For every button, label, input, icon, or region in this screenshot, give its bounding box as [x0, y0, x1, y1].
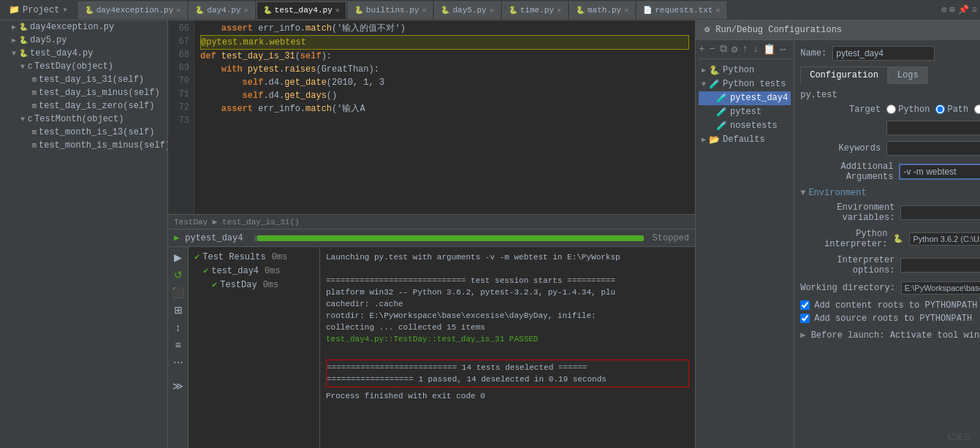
run-ok-icon2: ✔	[212, 279, 217, 290]
more-icon[interactable]: ⋯	[780, 43, 786, 56]
config-target-path[interactable]: Path	[935, 105, 968, 115]
run-stop-button[interactable]: ⬛	[170, 285, 186, 300]
config-interp-input[interactable]	[909, 232, 980, 246]
sidebar-item-7[interactable]: ▼CTestMonth(object)	[0, 113, 167, 126]
run-tree-root[interactable]: ✔ Test Results 0ms	[191, 250, 316, 264]
line-num-68: 68	[172, 48, 189, 61]
run-sort2-button[interactable]: ≡	[173, 338, 182, 352]
run-sort3-button[interactable]: ⋯	[172, 355, 185, 370]
tab-time-py[interactable]: 🐍time.py✕	[502, 1, 568, 19]
run-tree-results-label: Test Results	[202, 252, 265, 262]
sidebar-arrow: ▶	[12, 36, 16, 45]
add-icon[interactable]: +	[699, 43, 704, 55]
sidebar-item-1[interactable]: ▶🐍day5.py	[0, 34, 167, 47]
layout-icon[interactable]: ⊞	[950, 4, 955, 15]
run-output[interactable]: Launching py.test with arguments -v -m w…	[320, 247, 695, 448]
code-content[interactable]: assert err_info.match('输入的值不对')@pytest.m…	[194, 20, 695, 214]
sidebar-item-3[interactable]: ▼CTestDay(object)	[0, 60, 167, 73]
tab-close-icon[interactable]: ✕	[422, 6, 426, 15]
config-workdir-input[interactable]	[901, 281, 980, 295]
rtree-pytest-day4[interactable]: 🧪 pytest_day4	[699, 91, 791, 105]
tab-file-icon: 🐍	[441, 6, 449, 15]
run-play-icon[interactable]: ▶	[174, 232, 179, 243]
sidebar-item-0[interactable]: ▶🐍day4exception.py	[0, 20, 167, 34]
pin-icon[interactable]: 📌	[958, 4, 969, 15]
watermark: 亿速云	[947, 431, 971, 442]
rtree-pytest[interactable]: 🧪 pytest	[699, 105, 791, 119]
config-target-custom[interactable]: Custom	[974, 105, 980, 115]
sidebar-item-9[interactable]: mtest_month_is_minus(self)	[0, 139, 167, 152]
sidebar-item-4[interactable]: mtest_day_is_31(self)	[0, 73, 167, 86]
sidebar-item-6[interactable]: mtest_day_is_zero(self)	[0, 99, 167, 113]
config-interp-opts-input[interactable]	[900, 258, 980, 273]
tab-label: builtins.py	[366, 6, 419, 15]
run-ok-icon1: ✔	[203, 265, 208, 276]
tab-close-icon[interactable]: ✕	[490, 6, 494, 15]
sidebar-item-8[interactable]: mtest_month_is_13(self)	[0, 126, 167, 139]
tab-math-py[interactable]: 🐍math.py✕	[569, 1, 635, 19]
config-target-python[interactable]: Python	[886, 105, 930, 115]
tab-configuration[interactable]: Configuration	[800, 67, 888, 84]
tab-close-icon[interactable]: ✕	[624, 6, 628, 15]
run-tree-testday-label: TestDay	[220, 280, 257, 290]
run-toolbar: ▶ ↺ ⬛ ⊞ ↕ ≡ ⋯ ≫	[168, 247, 189, 448]
tab-day4-py[interactable]: 🐍day4.py✕	[189, 1, 254, 19]
config-keywords-input[interactable]	[886, 141, 980, 156]
rtree-python[interactable]: ▶ 🐍 Python	[699, 64, 791, 77]
sidebar-item-2[interactable]: ▼🐍test_day4.py	[0, 47, 167, 60]
tab-close-icon[interactable]: ✕	[176, 6, 181, 15]
sidebar-icon: m	[32, 102, 37, 110]
config-name-input[interactable]	[832, 46, 935, 61]
project-label[interactable]: 📁 Project ▾	[3, 4, 74, 15]
run-tree-testday[interactable]: ✔ TestDay 0ms	[209, 278, 316, 292]
code-line-68: @pytest.mark.webtest	[200, 35, 689, 50]
down-icon[interactable]: ↓	[753, 43, 759, 55]
run-tree-testday-time: 0ms	[263, 280, 279, 290]
tab-close-icon[interactable]: ✕	[557, 6, 561, 15]
tab-test_day4-py[interactable]: 🐍test_day4.py✕	[257, 1, 346, 19]
run-rerun-button[interactable]: ↺	[172, 267, 184, 282]
tab-close-icon[interactable]: ✕	[335, 6, 340, 15]
tab-builtins-py[interactable]: 🐍builtins.py✕	[348, 1, 433, 19]
run-filter-button[interactable]: ⊞	[172, 303, 184, 317]
share-icon[interactable]: 📋	[763, 43, 775, 56]
config-cb2-checkbox[interactable]	[800, 314, 810, 323]
gear-icon[interactable]: ≡	[972, 5, 977, 15]
run-play-button[interactable]: ▶	[172, 250, 183, 265]
config-envvars-input[interactable]	[900, 205, 980, 220]
run-tree-test-day4-time: 0ms	[265, 266, 281, 276]
remove-icon[interactable]: −	[709, 43, 715, 55]
gear-icon2[interactable]: ⚙	[732, 43, 737, 56]
run-sort-button[interactable]: ↕	[174, 320, 182, 335]
rtree-defaults[interactable]: ▶ 📂 Defaults	[699, 133, 791, 147]
run-output-platform: platform win32 -- Python 3.6.2, pytest-3…	[326, 286, 689, 298]
config-envvars-row: Environment variables:	[800, 202, 980, 223]
tab-toolbar: ⚙ ⊞ 📌 ≡	[941, 4, 977, 15]
config-target-value-input[interactable]	[886, 121, 980, 135]
rtree-python-tests[interactable]: ▼ 🧪 Python tests	[699, 77, 791, 91]
sidebar-item-5[interactable]: mtest_day_is_minus(self)	[0, 86, 167, 99]
config-cb1-checkbox[interactable]	[800, 300, 810, 310]
line-num-67: 67	[172, 35, 189, 48]
run-tree-ok-icon: ✔	[194, 251, 200, 262]
tab-day4exception-py[interactable]: 🐍day4exception.py✕	[78, 1, 188, 19]
tab-requests-txt[interactable]: 📄requests.txt✕	[637, 1, 726, 19]
tab-day5-py[interactable]: 🐍day5.py✕	[434, 1, 500, 19]
run-body: ▶ ↺ ⬛ ⊞ ↕ ≡ ⋯ ≫ ✔ Test Results	[168, 247, 695, 448]
run-scroll-button[interactable]: ≫	[171, 379, 185, 393]
rtree-nosetests[interactable]: 🧪 nosetests	[699, 119, 791, 133]
tab-close-icon[interactable]: ✕	[715, 6, 720, 15]
run-tree-test-day4[interactable]: ✔ test_day4 0ms	[200, 264, 316, 278]
sidebar-icon: 🐍	[19, 49, 28, 58]
tab-logs[interactable]: Logs	[888, 67, 928, 84]
rtree-defaults-arrow: ▶	[702, 135, 706, 144]
up-icon[interactable]: ↑	[742, 43, 748, 55]
breadcrumb-text: TestDay ▶ test_day_is_31()	[174, 217, 300, 227]
tab-close-icon[interactable]: ✕	[244, 6, 248, 15]
code-line-66: assert err_info.match('输入的值不对')	[200, 22, 689, 35]
config-args-input[interactable]	[899, 164, 980, 180]
sidebar-label: test_day4.py	[30, 48, 93, 58]
settings-icon[interactable]: ⚙	[941, 4, 946, 15]
copy-icon[interactable]: ⧉	[720, 43, 727, 55]
tab-file-icon: 🐍	[354, 6, 363, 15]
